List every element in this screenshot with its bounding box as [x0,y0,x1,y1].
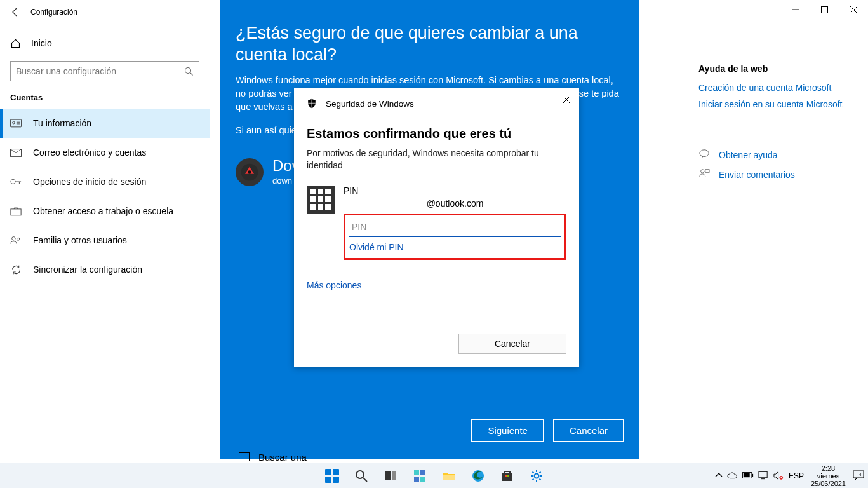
nav-label: Familia y otros usuarios [33,235,127,245]
minimize-icon [792,6,799,13]
maximize-button[interactable] [810,0,839,19]
settings-taskbar-button[interactable] [524,463,549,489]
svg-rect-40 [853,471,864,478]
taskbar-search-button[interactable] [349,463,374,489]
home-icon [10,38,21,49]
svg-rect-1 [821,6,827,13]
help-label: Obtener ayuda [719,150,778,160]
dialog-header: Seguridad de Windows [307,98,566,109]
svg-rect-12 [11,208,21,215]
edge-button[interactable] [465,463,491,489]
avatar-icon [241,163,258,181]
help-heading: Ayuda de la web [698,64,857,74]
gear-icon [530,470,543,482]
get-help-link[interactable]: Obtener ayuda [698,149,857,161]
nav-label: Opciones de inicio de sesión [33,177,146,187]
file-explorer-button[interactable] [436,463,462,489]
close-icon [563,96,570,104]
svg-point-13 [12,237,15,240]
key-icon [10,177,22,186]
svg-rect-26 [414,477,419,482]
nav-label: Tu información [33,118,91,128]
search-result-icon [239,452,250,461]
nav-work-school[interactable]: Obtener acceso a trabajo o escuela [0,196,210,226]
feedback-label: Enviar comentarios [719,170,795,180]
back-button[interactable] [0,0,30,24]
store-icon [501,470,514,482]
svg-rect-31 [505,475,507,477]
truncated-text: Buscar una [258,452,307,463]
svg-point-19 [248,170,251,174]
windows-security-dialog: Seguridad de Windows Estamos confirmando… [294,88,579,367]
network-tray-icon[interactable] [758,471,769,481]
language-indicator[interactable]: ESP [789,471,804,480]
svg-rect-37 [759,471,767,477]
settings-search[interactable] [10,61,199,81]
svg-point-2 [185,67,191,73]
store-button[interactable] [495,463,520,489]
action-center-button[interactable]: 4 [853,470,864,482]
pin-input[interactable] [349,218,561,237]
briefcase-icon [10,207,22,216]
dialog-close-button[interactable] [563,95,570,105]
pin-label: PIN [344,186,566,196]
feedback-icon [698,168,710,180]
section-heading: Cuentas [0,81,210,109]
svg-point-14 [17,238,20,240]
battery-tray-icon[interactable] [742,472,754,480]
search-icon [355,470,368,482]
help-link-create-account[interactable]: Creación de una cuenta Microsoft [698,83,857,93]
network-icon [758,471,769,480]
svg-rect-27 [420,477,425,482]
nav-label: Obtener acceso a trabajo o escuela [33,206,173,216]
svg-rect-23 [392,471,396,480]
account-email: @outlook.com [344,198,566,208]
dialog-cancel-button[interactable]: Cancelar [458,334,566,354]
home-link[interactable]: Inicio [0,30,210,56]
onedrive-tray-icon[interactable] [727,471,738,480]
svg-rect-17 [705,170,709,172]
start-button[interactable] [319,463,345,489]
forgot-pin-link[interactable]: Olvidé mi PIN [349,242,404,252]
svg-point-33 [534,473,538,478]
person-card-icon [10,119,22,128]
dialog-title: Estamos confirmando que eres tú [307,126,566,141]
settings-sidebar: Inicio Cuentas Tu información Correo ele… [0,30,210,463]
highlighted-pin-area: Olvidé mi PIN [344,214,566,260]
svg-rect-22 [385,471,391,480]
clock-time: 2:28 [811,464,846,472]
search-icon [184,67,194,76]
caption-buttons [780,0,868,19]
cancel-button[interactable]: Cancelar [553,419,624,442]
tray-overflow-button[interactable] [715,471,723,480]
clock[interactable]: 2:28 viernes 25/06/2021 [808,464,848,487]
volume-mute-icon [773,471,784,480]
notification-icon: 4 [853,470,864,480]
nav-family-users[interactable]: Familia y otros usuarios [0,226,210,255]
svg-rect-24 [414,470,419,475]
svg-rect-32 [507,475,509,477]
task-view-button[interactable] [378,463,403,489]
people-icon [10,236,22,245]
avatar [236,158,264,186]
panel-title: ¿Estás seguro de que quieres cambiar a u… [236,23,624,66]
widgets-button[interactable] [407,463,432,489]
nav-sync-settings[interactable]: Sincronizar la configuración [0,255,210,284]
svg-point-5 [13,121,15,124]
chevron-up-icon [715,471,723,479]
nav-your-info[interactable]: Tu información [0,109,210,138]
nav-email-accounts[interactable]: Correo electrónico y cuentas [0,138,210,167]
more-options-link[interactable]: Más opciones [307,280,361,290]
help-link-signin-account[interactable]: Iniciar sesión en su cuenta Microsoft [698,99,857,109]
next-button[interactable]: Siguiente [471,419,544,442]
nav-signin-options[interactable]: Opciones de inicio de sesión [0,167,210,196]
close-window-button[interactable] [839,0,868,19]
taskbar-center [319,463,549,489]
send-feedback-link[interactable]: Enviar comentarios [698,168,857,180]
minimize-button[interactable] [780,0,810,19]
volume-tray-icon[interactable] [773,471,784,482]
svg-point-20 [356,471,364,478]
svg-rect-35 [752,473,753,477]
edge-icon [472,470,484,482]
search-input[interactable] [16,66,168,76]
